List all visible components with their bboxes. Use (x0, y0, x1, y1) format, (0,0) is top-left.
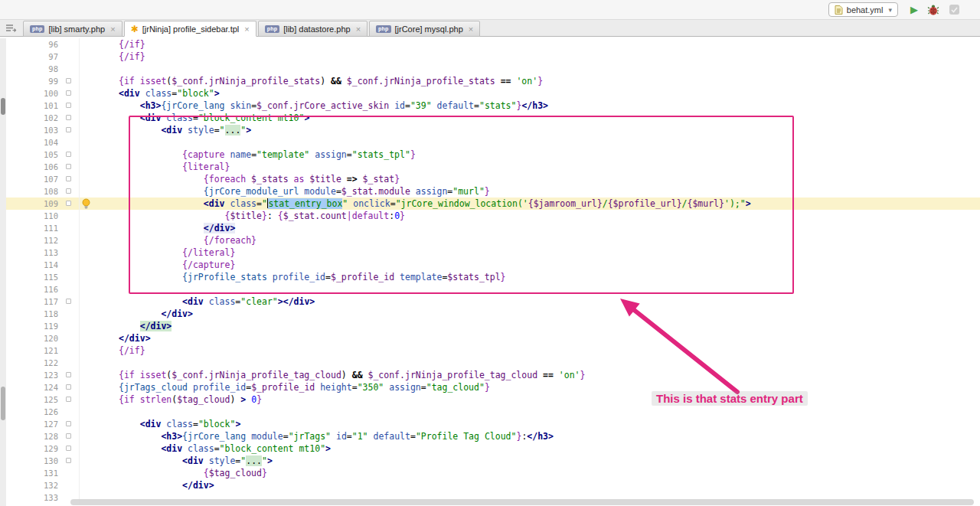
code-line[interactable]: 97{/if} (0, 51, 980, 63)
code-line[interactable]: 120</div> (0, 332, 980, 344)
code-line[interactable]: 96{/if} (0, 38, 980, 51)
code-line[interactable]: 108 {jrCore_module_url module=$_stat.mod… (0, 185, 980, 198)
line-number[interactable]: 103 (0, 124, 58, 136)
code-line[interactable]: 129 <div class="block_content mt10"> (0, 442, 980, 455)
tab-smarty-php[interactable]: php [lib] smarty.php × (23, 21, 122, 37)
code-text[interactable] (80, 406, 119, 418)
code-text[interactable]: {/if} (80, 344, 145, 357)
close-icon[interactable]: × (244, 24, 249, 34)
fold-marker[interactable] (66, 201, 71, 206)
code-text[interactable]: <div style="..."> (80, 455, 273, 467)
lightbulb-icon[interactable] (81, 198, 91, 209)
code-text[interactable]: {if isset($_conf.jrNinja_profile_stats) … (80, 75, 543, 87)
line-number[interactable]: 128 (0, 430, 58, 442)
line-number[interactable]: 106 (0, 161, 58, 173)
fold-marker[interactable] (66, 397, 71, 402)
code-text[interactable]: <div style="..."> (80, 124, 251, 136)
code-line[interactable]: 101 <h3>{jrCore_lang skin=$_conf.jrCore_… (0, 100, 980, 112)
fold-marker[interactable] (66, 176, 71, 181)
line-number[interactable]: 118 (0, 308, 58, 320)
code-line[interactable]: 98 (0, 63, 980, 75)
code-text[interactable]: {jrTags_cloud profile_id=$_profile_id he… (80, 381, 490, 393)
fold-marker[interactable] (66, 164, 71, 169)
code-line[interactable]: 117 <div class="clear"></div> (0, 295, 980, 308)
code-line[interactable]: 105 {capture name="template" assign="sta… (0, 149, 980, 161)
code-line[interactable]: 118 </div> (0, 308, 980, 320)
line-number[interactable]: 133 (0, 491, 58, 504)
tab-datastore-php[interactable]: php [lib] datastore.php × (258, 21, 368, 37)
code-line[interactable]: 123{if isset($_conf.jrNinja_profile_tag_… (0, 369, 980, 381)
code-text[interactable]: <h3>{jrCore_lang skin=$_conf.jrCore_acti… (80, 100, 548, 112)
code-line[interactable]: 127 <div class="block"> (0, 418, 980, 430)
line-number[interactable]: 97 (0, 51, 58, 63)
code-text[interactable]: {/capture} (80, 259, 235, 271)
code-text[interactable]: {/if} (80, 38, 145, 51)
fold-marker[interactable] (66, 433, 71, 439)
code-text[interactable]: {foreach $_stats as $title => $_stat} (80, 173, 400, 185)
fold-marker[interactable] (66, 458, 71, 463)
code-text[interactable]: <div class="clear"></div> (80, 295, 315, 308)
horizontal-scrollbar[interactable] (70, 499, 974, 505)
code-text[interactable]: </div> (80, 479, 214, 491)
code-line[interactable]: 100<div class="block"> (0, 87, 980, 100)
code-line[interactable]: 99{if isset($_conf.jrNinja_profile_stats… (0, 75, 980, 87)
fold-marker[interactable] (66, 384, 71, 390)
code-text[interactable]: <h3>{jrCore_lang module="jrTags" id="1" … (80, 430, 554, 442)
line-number[interactable]: 110 (0, 210, 58, 222)
line-number[interactable]: 119 (0, 320, 58, 332)
fold-marker[interactable] (66, 188, 71, 194)
close-icon[interactable]: × (356, 24, 361, 34)
code-text[interactable]: </div> (80, 332, 151, 344)
code-text[interactable]: <div class="block"> (80, 418, 240, 430)
line-number[interactable]: 132 (0, 479, 58, 491)
code-line[interactable]: 111 </div> (0, 222, 980, 234)
line-number[interactable]: 112 (0, 234, 58, 246)
code-line[interactable]: 128 <h3>{jrCore_lang module="jrTags" id=… (0, 430, 980, 442)
code-text[interactable]: </div> (80, 320, 172, 332)
line-number[interactable]: 124 (0, 381, 58, 393)
tab-mysql-php[interactable]: php [jrCore] mysql.php × (369, 21, 480, 37)
code-line[interactable]: 119 </div> (0, 320, 980, 332)
fold-marker[interactable] (66, 103, 71, 108)
code-line[interactable]: 115 {jrProfile_stats profile_id=$_profil… (0, 271, 980, 283)
line-number[interactable]: 116 (0, 283, 58, 295)
code-text[interactable]: {capture name="template" assign="stats_t… (80, 149, 416, 161)
line-number[interactable]: 129 (0, 442, 58, 455)
code-text[interactable]: <div class="block_content mt10"> (80, 442, 331, 455)
fold-marker[interactable] (66, 90, 71, 96)
tab-list-icon[interactable] (5, 23, 17, 34)
run-button[interactable]: ▶ (910, 5, 918, 15)
line-number[interactable]: 111 (0, 222, 58, 234)
line-number[interactable]: 126 (0, 406, 58, 418)
fold-marker[interactable] (66, 446, 71, 451)
fold-marker[interactable] (66, 299, 71, 304)
fold-marker[interactable] (66, 127, 71, 132)
code-line[interactable]: 116 (0, 283, 980, 295)
code-line[interactable]: 121{/if} (0, 344, 980, 357)
close-icon[interactable]: × (469, 24, 473, 34)
fold-marker[interactable] (66, 372, 71, 377)
code-text[interactable]: {/literal} (80, 246, 235, 259)
line-number[interactable]: 104 (0, 136, 58, 149)
code-text[interactable]: {literal} (80, 161, 230, 173)
line-number[interactable]: 101 (0, 100, 58, 112)
code-line[interactable]: 109 <div class="stat_entry_box" onclick=… (0, 198, 980, 210)
scrollbar-thumb[interactable] (70, 499, 974, 505)
coverage-icon[interactable] (949, 4, 960, 15)
code-text[interactable]: <div class="stat_entry_box" onclick="jrC… (80, 198, 751, 210)
code-text[interactable]: <div class="block"> (80, 87, 220, 100)
line-number[interactable]: 99 (0, 75, 58, 87)
code-line[interactable]: 124{jrTags_cloud profile_id=$_profile_id… (0, 381, 980, 393)
line-number[interactable]: 100 (0, 87, 58, 100)
code-line[interactable]: 122 (0, 357, 980, 369)
line-number[interactable]: 114 (0, 259, 58, 271)
code-line[interactable]: 114 {/capture} (0, 259, 980, 271)
code-text[interactable]: {$tag_cloud} (80, 467, 267, 479)
code-line[interactable]: 107 {foreach $_stats as $title => $_stat… (0, 173, 980, 185)
code-text[interactable] (80, 283, 119, 295)
line-number[interactable]: 131 (0, 467, 58, 479)
fold-marker[interactable] (66, 421, 71, 426)
line-number[interactable]: 102 (0, 112, 58, 124)
line-number[interactable]: 107 (0, 173, 58, 185)
code-line[interactable]: 125{if strlen($tag_cloud) > 0} (0, 393, 980, 406)
